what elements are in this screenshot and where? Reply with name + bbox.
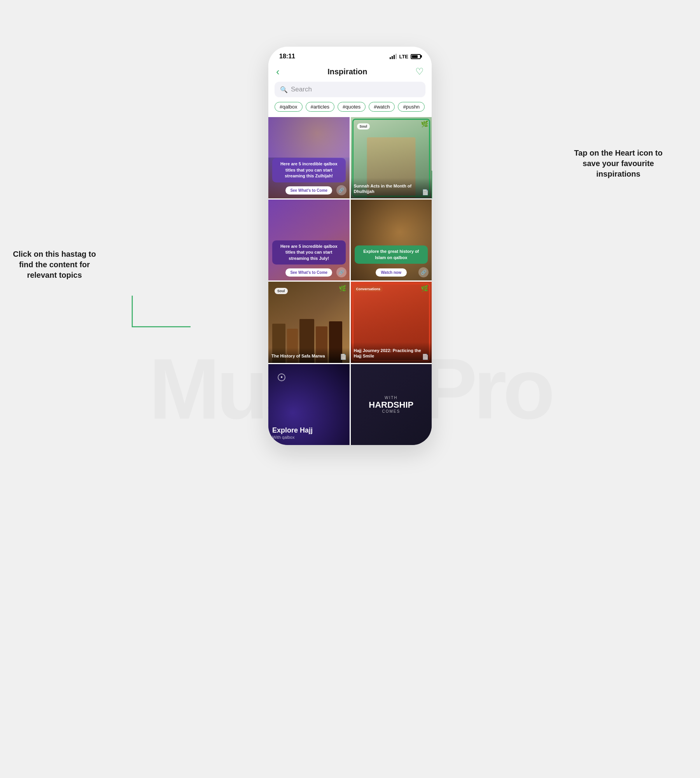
battery-icon [411, 54, 421, 59]
card1-see-btn[interactable]: See What's to Come [285, 186, 332, 194]
card3-link-icon: 🔗 [336, 267, 346, 277]
back-button[interactable]: ‹ [276, 67, 280, 77]
card-explore-hajj[interactable]: ✦ Explore Hajj With qalbox [268, 364, 350, 445]
card5-soul-badge: Soul [275, 288, 288, 294]
card1-content: Here are 5 incredible qalbox titles that… [268, 117, 350, 198]
hashtag-articles[interactable]: #articles [306, 102, 334, 112]
card6-badge-area: Conversations [354, 285, 383, 293]
card4-bubble-text: Explore the great history of Islam on qa… [359, 249, 424, 261]
callout-left-text: Click on this hastag to find the content… [12, 249, 97, 280]
status-icons: LTE [390, 54, 421, 60]
qalbox-logo-icon: ✦ [278, 373, 285, 381]
card-hajj-journey[interactable]: Conversations 🌿 Hajj Journey 2022: Pract… [351, 282, 432, 363]
card-islam-history[interactable]: Explore the great history of Islam on qa… [351, 200, 432, 281]
card2-soul-badge: Soul [357, 123, 370, 130]
card5-title: The History of Safa Marwa [271, 353, 346, 359]
card6-doc-icon: 📄 [422, 354, 429, 360]
phone-wrapper: 18:11 LTE ‹ Inspiration ♡ 🔍 Search [268, 47, 432, 445]
status-bar: 18:11 LTE [268, 47, 432, 63]
card3-bubble: Here are 5 incredible qalbox titles that… [272, 240, 346, 265]
battery-fill [412, 55, 418, 58]
hashtag-watch[interactable]: #watch [369, 102, 395, 112]
card2-doc-icon: 📄 [422, 189, 429, 195]
card-zulhijah[interactable]: Here are 5 incredible qalbox titles that… [268, 117, 350, 198]
card5-doc-icon: 📄 [340, 354, 346, 360]
search-bar[interactable]: 🔍 Search [275, 82, 425, 97]
card8-text-area: WITH HARDSHIP COMES [351, 364, 432, 445]
callout-left: Click on this hastag to find the content… [12, 249, 97, 280]
card8-comes-label: COMES [382, 409, 400, 414]
card3-see-btn[interactable]: See What's to Come [285, 268, 332, 277]
search-icon: 🔍 [280, 86, 288, 93]
hashtag-qalbox[interactable]: #qalbox [275, 102, 303, 112]
card2-title-area: Sunnah Acts in the Month of Dhulhijjah [351, 178, 432, 198]
card8-with-label: WITH [385, 396, 398, 400]
card2-leaf-icon: 🌿 [421, 120, 429, 128]
lte-label: LTE [399, 54, 408, 60]
heart-button[interactable]: ♡ [415, 66, 424, 77]
card-july-promo[interactable]: Here are 5 incredible qalbox titles that… [268, 200, 350, 281]
card6-title: Hajj Journey 2022: Practicing the Hajj S… [354, 348, 429, 359]
card3-content: Here are 5 incredible qalbox titles that… [268, 200, 350, 281]
card6-conversations-badge: Conversations [354, 286, 383, 292]
card-safa-marwa[interactable]: Soul 🌿 The History of Safa Marwa 📄 [268, 282, 350, 363]
callout-right-text: Tap on the Heart icon to save your favou… [568, 148, 669, 179]
signal-bars-icon [390, 54, 397, 59]
hashtag-row: #qalbox #articles #quotes #watch #pushn [268, 102, 432, 117]
card7-text-area: Explore Hajj With qalbox [272, 426, 346, 440]
card6-leaf-icon: 🌿 [421, 285, 429, 292]
card4-watch-btn[interactable]: Watch now [376, 268, 407, 277]
card-sunnah-acts[interactable]: Soul 🌿 Sunnah Acts in the Month of Dhulh… [351, 117, 432, 198]
card1-bubble: Here are 5 incredible qalbox titles that… [272, 158, 346, 182]
card6-title-area: Hajj Journey 2022: Practicing the Hajj S… [351, 342, 432, 363]
card3-bubble-text: Here are 5 incredible qalbox titles that… [276, 244, 342, 261]
card1-bubble-text: Here are 5 incredible qalbox titles that… [276, 161, 342, 179]
search-input[interactable]: Search [291, 86, 312, 93]
app-header: ‹ Inspiration ♡ [268, 63, 432, 82]
callout-right: Tap on the Heart icon to save your favou… [568, 148, 669, 179]
card7-explore-sub: With qalbox [272, 435, 346, 440]
card7-explore-title: Explore Hajj [272, 426, 346, 435]
page-title: Inspiration [327, 67, 367, 76]
content-grid: Here are 5 incredible qalbox titles that… [268, 117, 432, 445]
card4-bubble: Explore the great history of Islam on qa… [355, 245, 428, 264]
card8-hardship-label: HARDSHIP [369, 401, 413, 409]
card4-content: Explore the great history of Islam on qa… [351, 200, 432, 281]
card5-leaf-icon: 🌿 [339, 285, 346, 292]
hashtag-quotes[interactable]: #quotes [338, 102, 366, 112]
card4-link-icon: 🔗 [418, 267, 429, 277]
status-time: 18:11 [279, 53, 295, 60]
card1-link-icon: 🔗 [336, 185, 346, 195]
hashtag-pushn[interactable]: #pushn [398, 102, 425, 112]
card5-title-area: The History of Safa Marwa [268, 348, 350, 363]
card-hardship[interactable]: WITH HARDSHIP COMES [351, 364, 432, 445]
card2-title: Sunnah Acts in the Month of Dhulhijjah [354, 183, 429, 194]
phone-frame: 18:11 LTE ‹ Inspiration ♡ 🔍 Search [268, 47, 432, 445]
